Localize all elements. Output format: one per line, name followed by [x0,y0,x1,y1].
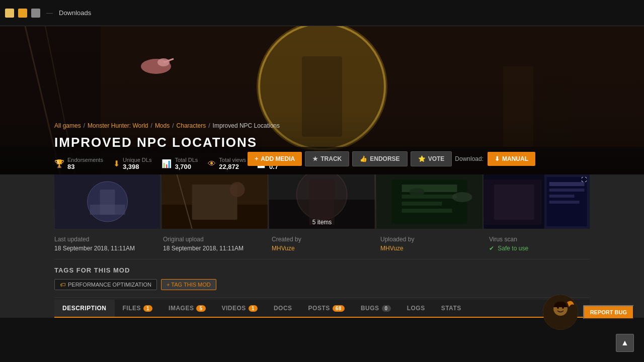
tab-videos[interactable]: VIDEOS 1 [214,300,266,318]
float-bottom-right: REPORT BUG ▲ [543,295,634,352]
trophy-icon: 🏆 [54,159,64,168]
mod-title: IMPROVED NPC LOCATIONS [54,135,257,150]
track-button[interactable]: ★ TRACK [305,151,349,166]
tab-files-count: 1 [143,305,152,312]
breadcrumb-mods[interactable]: Mods [155,122,170,129]
top-bar-title: Downloads [59,9,91,17]
tab-videos-label: VIDEOS [222,305,246,312]
vote-label: VOTE [428,155,445,162]
breadcrumb-sep-2: / [151,122,152,129]
virus-scan-label: Virus scan [489,236,582,243]
tab-images-count: 5 [196,305,205,312]
total-views-value: 22,872 [219,163,246,170]
gallery-item-count: 5 items [312,219,332,226]
vote-button[interactable]: ⭐ VOTE [411,151,452,166]
tab-docs-label: DOCS [274,305,292,312]
eye-icon: 👁 [208,159,216,168]
tab-docs[interactable]: DOCS [266,300,300,318]
svg-point-22 [230,182,245,197]
stat-total-views: 👁 Total views 22,872 [208,157,246,170]
meta-last-updated: Last updated 18 September 2018, 11:11AM [54,236,155,252]
svg-point-34 [409,188,424,196]
tab-description-label: DESCRIPTION [62,305,107,312]
gallery: 5 items [54,174,590,229]
svg-rect-41 [549,195,574,198]
original-upload-label: Original upload [163,236,256,243]
gallery-expand-icon[interactable]: ⛶ [581,176,587,183]
manual-download-button[interactable]: ⬇ MANUAL [488,152,535,166]
tab-logs[interactable]: LOGS [399,300,433,318]
gallery-thumb-5[interactable]: ⛶ [484,174,590,229]
breadcrumb-sep-4: / [208,122,210,129]
file-icon-3 [31,9,40,18]
file-icon-2 [18,9,27,18]
uploaded-by-label: Uploaded by [380,236,473,243]
svg-rect-31 [401,195,457,199]
stat-total-dls: 📊 Total DLs 3,700 [162,157,198,170]
scroll-top-button[interactable]: ▲ [616,334,634,352]
meta-section: Last updated 18 September 2018, 11:11AM … [54,229,590,259]
tab-files-label: FILES [123,305,141,312]
uploaded-by-value[interactable]: MHVuze [380,245,473,252]
tags-section: TAGS FOR THIS MOD 🏷 PERFORMANCE OPTIMIZA… [54,259,590,298]
add-media-button[interactable]: + ADD MEDIA [248,152,302,166]
svg-rect-33 [401,209,452,213]
meta-created-by: Created by MHVuze [264,236,372,252]
avatar-widget [543,295,578,330]
breadcrumb-all-games[interactable]: All games [54,122,81,129]
svg-rect-40 [549,189,584,192]
tab-logs-label: LOGS [407,305,425,312]
meta-original-upload: Original upload 18 September 2018, 11:11… [155,236,264,252]
tab-bugs[interactable]: BUGS 0 [353,300,399,318]
add-media-label: ADD MEDIA [261,155,295,162]
tab-files[interactable]: FILES 1 [115,300,161,318]
breadcrumb: All games / Monster Hunter: World / Mods… [54,122,280,129]
tab-images-label: IMAGES [169,305,194,312]
top-bar: — Downloads [0,0,644,26]
tab-posts[interactable]: POSTS 68 [300,300,353,318]
svg-rect-42 [549,201,579,204]
tag-performance: 🏷 PERFORMANCE OPTIMIZATION [54,279,157,290]
tab-stats[interactable]: STATS [433,300,469,318]
action-buttons: + ADD MEDIA ★ TRACK 👍 ENDORSE ⭐ VOTE Dow… [248,151,535,166]
total-dls-value: 3,700 [175,163,198,170]
tab-description[interactable]: DESCRIPTION [54,300,115,318]
hero-banner: All games / Monster Hunter: World / Mods… [0,26,644,174]
last-updated-value: 18 September 2018, 11:11AM [54,245,147,252]
tab-images[interactable]: IMAGES 5 [160,300,213,318]
gallery-thumb-4[interactable] [376,174,482,229]
tab-videos-count: 1 [249,305,258,312]
tab-bugs-count: 0 [382,305,391,312]
meta-uploaded-by: Uploaded by MHVuze [372,236,481,252]
created-by-label: Created by [272,236,364,243]
file-icon-1 [5,9,14,18]
download-icon: ⬇ [113,159,120,168]
tab-posts-count: 68 [333,305,345,312]
endorse-icon: 👍 [360,155,367,162]
last-updated-label: Last updated [54,236,147,243]
breadcrumb-category[interactable]: Characters [177,122,206,129]
track-icon: ★ [312,155,318,162]
stats-bar: 🏆 Endorsements 83 ⬇ Unique DLs 3,398 📊 T… [54,157,590,170]
gallery-thumb-3[interactable]: 5 items [269,174,375,229]
created-by-value[interactable]: MHVuze [272,245,364,252]
endorse-button[interactable]: 👍 ENDORSE [352,151,407,166]
vote-icon: ⭐ [418,155,426,162]
gallery-thumb-1[interactable] [54,174,160,229]
svg-rect-17 [90,205,125,215]
download-label: Download: [455,155,484,162]
tab-bugs-label: BUGS [361,305,379,312]
chart-icon: 📊 [162,159,172,168]
tab-posts-label: POSTS [308,305,330,312]
add-tag-button[interactable]: + TAG THIS MOD [161,279,216,290]
tab-stats-label: STATS [441,305,461,312]
report-bug-button[interactable]: REPORT BUG [583,305,634,319]
total-dls-label: Total DLs [175,157,198,163]
manual-icon: ⬇ [495,155,500,162]
svg-rect-32 [401,202,442,206]
svg-point-35 [452,192,472,202]
breadcrumb-game[interactable]: Monster Hunter: World [88,122,148,129]
gallery-thumb-2[interactable] [162,174,268,229]
tags-list: 🏷 PERFORMANCE OPTIMIZATION + TAG THIS MO… [54,279,590,290]
stat-unique-dls: ⬇ Unique DLs 3,398 [113,157,151,170]
